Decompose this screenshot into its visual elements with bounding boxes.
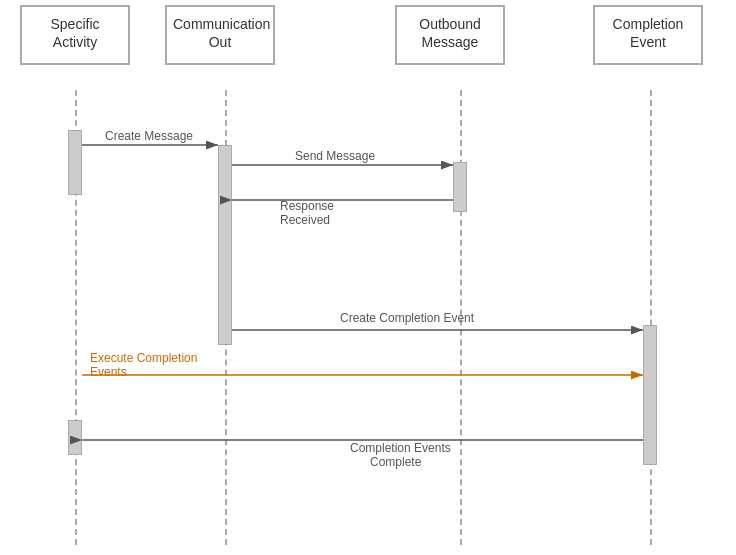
activation-specific-activity-2 xyxy=(68,420,82,455)
actor-box-completion-event: CompletionEvent xyxy=(593,5,703,65)
actor-completion-event: CompletionEvent xyxy=(593,5,703,65)
actor-specific-activity: SpecificActivity xyxy=(20,5,130,65)
label-create-message: Create Message xyxy=(105,129,193,143)
sequence-diagram: SpecificActivity CommunicationOut Outbou… xyxy=(0,0,736,555)
arrows-svg: Create Message Send Message Response Rec… xyxy=(0,0,736,555)
lifeline-outbound-message xyxy=(460,90,462,545)
activation-communication-out-1 xyxy=(218,145,232,345)
activation-specific-activity-1 xyxy=(68,130,82,195)
label-response-received: Response xyxy=(280,199,334,213)
label-completion-events-complete-2: Complete xyxy=(370,455,422,469)
actor-box-specific-activity: SpecificActivity xyxy=(20,5,130,65)
actor-box-outbound-message: OutboundMessage xyxy=(395,5,505,65)
label-response-received-2: Received xyxy=(280,213,330,227)
label-execute-completion-events-1: Execute Completion xyxy=(90,351,197,365)
label-completion-events-complete-1: Completion Events xyxy=(350,441,451,455)
label-execute-completion-events-2: Events xyxy=(90,365,127,379)
label-send-message: Send Message xyxy=(295,149,375,163)
activation-completion-event xyxy=(643,325,657,465)
lifeline-completion-event xyxy=(650,90,652,545)
label-create-completion-event: Create Completion Event xyxy=(340,311,475,325)
actor-outbound-message: OutboundMessage xyxy=(395,5,505,65)
actor-box-communication-out: CommunicationOut xyxy=(165,5,275,65)
activation-outbound-message xyxy=(453,162,467,212)
actor-communication-out: CommunicationOut xyxy=(165,5,275,65)
